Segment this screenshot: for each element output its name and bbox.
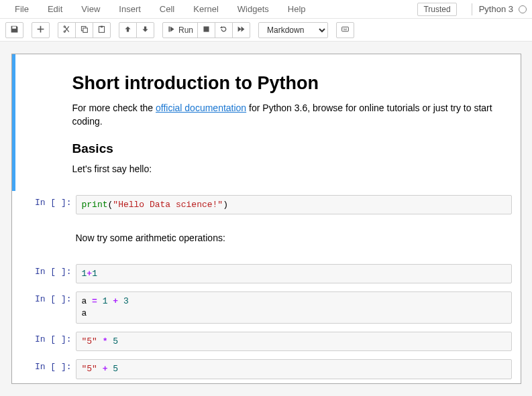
- cell-prompt: [15, 57, 72, 188]
- menu-insert[interactable]: Insert: [109, 1, 150, 17]
- paragraph: For more check the official documentatio…: [72, 102, 502, 128]
- notebook-container: Short introduction to Python For more ch…: [11, 54, 521, 384]
- save-button[interactable]: [5, 22, 23, 38]
- menu-edit[interactable]: Edit: [38, 1, 72, 17]
- move-up-button[interactable]: [119, 22, 137, 38]
- copy-icon: [80, 25, 89, 36]
- plus-icon: [36, 25, 45, 36]
- restart-button[interactable]: [215, 22, 233, 38]
- svg-rect-5: [101, 25, 103, 27]
- code-input[interactable]: a = 1 + 3 a: [76, 291, 512, 323]
- cell-prompt: In [ ]:: [15, 263, 76, 285]
- cell-prompt: In [ ]:: [15, 290, 76, 324]
- move-down-button[interactable]: [136, 22, 154, 38]
- kernel-status-icon: [519, 5, 527, 13]
- code-cell[interactable]: In [ ]: a = 1 + 3 a: [12, 287, 521, 327]
- menu-widgets[interactable]: Widgets: [228, 1, 278, 17]
- doc-link[interactable]: official documentation: [156, 103, 246, 113]
- copy-button[interactable]: [75, 22, 93, 38]
- menu-view[interactable]: View: [72, 1, 109, 17]
- page-background: Short introduction to Python For more ch…: [0, 42, 532, 396]
- clipboard-icon: [97, 25, 106, 36]
- run-button-label: Run: [178, 25, 193, 35]
- kernel-name[interactable]: Python 3: [479, 4, 516, 14]
- cell-prompt: In [ ]:: [15, 194, 76, 216]
- add-cell-button[interactable]: [32, 22, 50, 38]
- menu-help[interactable]: Help: [278, 1, 315, 17]
- text: For more check the: [72, 103, 156, 113]
- run-button[interactable]: Run: [162, 22, 198, 38]
- markdown-cell[interactable]: Now try some arithmetic operations:: [12, 218, 521, 260]
- restart-run-all-button[interactable]: [232, 22, 250, 38]
- menubar: File Edit View Insert Cell Kernel Widget…: [0, 0, 532, 19]
- code-cell[interactable]: In [ ]: "5" * 5: [12, 328, 521, 356]
- svg-rect-3: [83, 27, 88, 32]
- svg-rect-6: [203, 26, 209, 31]
- trusted-badge[interactable]: Trusted: [417, 3, 456, 16]
- code-input[interactable]: print("Hello Data science!"): [76, 195, 512, 215]
- markdown-content: Now try some arithmetic operations:: [76, 221, 517, 257]
- code-input[interactable]: 1+1: [76, 264, 512, 284]
- code-cell[interactable]: In [ ]: 1+1: [12, 260, 521, 288]
- menu-kernel[interactable]: Kernel: [184, 1, 228, 17]
- cell-prompt: In [ ]:: [15, 330, 76, 353]
- fast-forward-icon: [237, 25, 246, 36]
- command-palette-button[interactable]: [336, 22, 354, 38]
- save-icon: [10, 25, 19, 36]
- divider: [472, 3, 472, 15]
- step-forward-icon: [167, 25, 176, 36]
- stop-icon: [202, 25, 211, 36]
- arrow-down-icon: [141, 25, 150, 36]
- cut-button[interactable]: [58, 22, 76, 38]
- cell-prompt: [15, 221, 76, 257]
- refresh-icon: [219, 25, 228, 36]
- menu-file[interactable]: File: [5, 1, 38, 17]
- scissors-icon: [62, 25, 71, 36]
- svg-rect-7: [342, 27, 349, 31]
- arrow-up-icon: [123, 25, 132, 36]
- menu-cell[interactable]: Cell: [150, 1, 184, 17]
- cell-prompt: In [ ]:: [15, 358, 76, 381]
- paste-button[interactable]: [93, 22, 111, 38]
- markdown-content: Short introduction to Python For more ch…: [72, 57, 517, 188]
- heading-2: Basics: [72, 141, 502, 156]
- code-cell[interactable]: In [ ]: print("Hello Data science!"): [12, 191, 521, 219]
- code-input[interactable]: "5" + 5: [76, 359, 512, 379]
- code-cell[interactable]: In [ ]: "5" + 5: [12, 355, 521, 383]
- toolbar: Run Markdown: [0, 19, 532, 42]
- paragraph: Let's first say hello:: [72, 163, 502, 176]
- interrupt-button[interactable]: [197, 22, 215, 38]
- code-input[interactable]: "5" * 5: [76, 332, 512, 352]
- markdown-cell[interactable]: Short introduction to Python For more ch…: [12, 54, 521, 191]
- keyboard-icon: [341, 25, 350, 36]
- celltype-select[interactable]: Markdown: [258, 22, 328, 38]
- paragraph: Now try some arithmetic operations:: [76, 232, 502, 245]
- heading-1: Short introduction to Python: [72, 73, 502, 94]
